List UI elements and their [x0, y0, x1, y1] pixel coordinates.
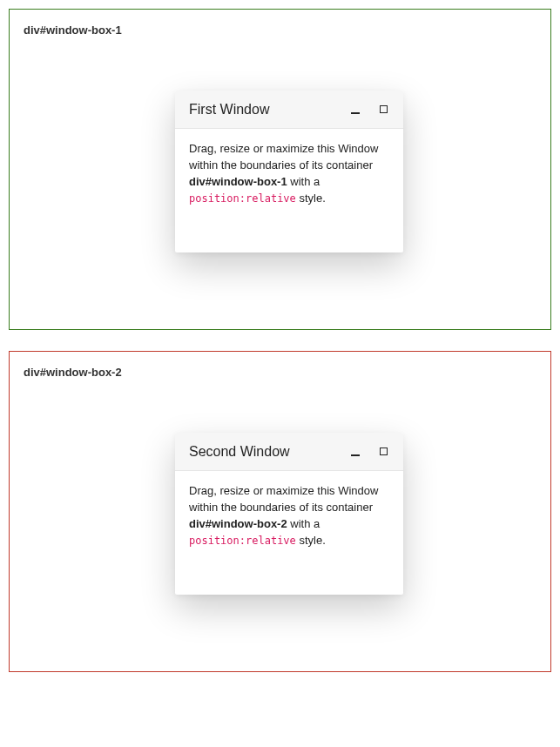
- body-text: style.: [296, 192, 326, 205]
- maximize-icon[interactable]: [377, 104, 389, 116]
- box-1-label: div#window-box-1: [24, 24, 536, 37]
- container-ref: div#window-box-1: [189, 175, 287, 188]
- code-snippet: position:relative: [189, 192, 296, 205]
- code-snippet: position:relative: [189, 535, 296, 547]
- body-text: Drag, resize or maximize this Window wit…: [189, 484, 378, 514]
- minimize-icon[interactable]: [349, 104, 361, 116]
- box-2-label: div#window-box-2: [24, 366, 536, 379]
- minimize-icon[interactable]: [349, 446, 361, 458]
- window-box-1: div#window-box-1 First Window Drag, resi…: [9, 9, 551, 330]
- body-text: with a: [287, 175, 320, 188]
- body-text: with a: [287, 517, 320, 530]
- window-1[interactable]: First Window Drag, resize or maximize th…: [175, 91, 403, 252]
- window-1-header[interactable]: First Window: [175, 91, 403, 129]
- window-1-body: Drag, resize or maximize this Window wit…: [175, 129, 403, 219]
- window-2-actions: [349, 446, 389, 458]
- maximize-icon[interactable]: [377, 446, 389, 458]
- body-text: Drag, resize or maximize this Window wit…: [189, 142, 378, 172]
- window-1-title: First Window: [189, 102, 269, 118]
- window-2-header[interactable]: Second Window: [175, 433, 403, 471]
- window-box-2: div#window-box-2 Second Window Drag, res…: [9, 351, 551, 672]
- container-ref: div#window-box-2: [189, 517, 287, 530]
- window-2-title: Second Window: [189, 444, 290, 460]
- body-text: style.: [296, 534, 326, 547]
- window-1-actions: [349, 104, 389, 116]
- window-2[interactable]: Second Window Drag, resize or maximize t…: [175, 433, 403, 595]
- window-2-body: Drag, resize or maximize this Window wit…: [175, 471, 403, 561]
